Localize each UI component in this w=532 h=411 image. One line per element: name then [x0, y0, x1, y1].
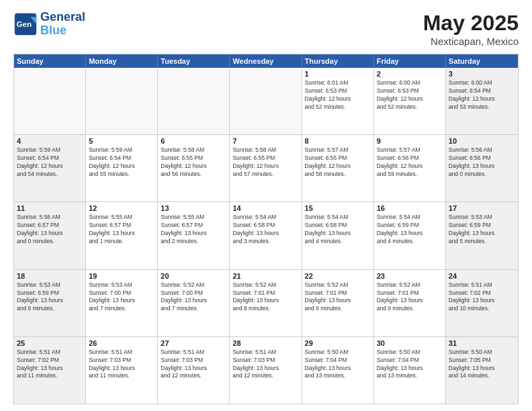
week-row-4: 18Sunrise: 5:53 AM Sunset: 6:59 PM Dayli… [14, 269, 518, 336]
cell-text: Sunrise: 5:57 AM Sunset: 6:55 PM Dayligh… [305, 146, 371, 179]
cal-cell: 19Sunrise: 5:53 AM Sunset: 7:00 PM Dayli… [86, 270, 158, 336]
subtitle: Nexticapan, Mexico [423, 36, 519, 47]
header-day-monday: Monday [86, 54, 158, 68]
cal-cell: 13Sunrise: 5:55 AM Sunset: 6:57 PM Dayli… [158, 202, 230, 269]
cell-text: Sunrise: 5:57 AM Sunset: 6:56 PM Dayligh… [377, 146, 443, 179]
day-number: 8 [305, 137, 371, 145]
day-number: 26 [89, 339, 154, 347]
day-number: 7 [232, 137, 298, 145]
header-day-sunday: Sunday [14, 54, 86, 68]
cell-text: Sunrise: 5:52 AM Sunset: 7:00 PM Dayligh… [161, 281, 226, 314]
cal-cell: 15Sunrise: 5:54 AM Sunset: 6:58 PM Dayli… [302, 202, 374, 269]
week-row-1: 1Sunrise: 6:01 AM Sunset: 6:53 PM Daylig… [14, 68, 518, 134]
header-day-friday: Friday [374, 54, 446, 68]
cal-cell: 6Sunrise: 5:58 AM Sunset: 6:55 PM Daylig… [158, 135, 230, 201]
cell-text: Sunrise: 5:51 AM Sunset: 7:03 PM Dayligh… [89, 349, 154, 381]
cal-cell: 31Sunrise: 5:50 AM Sunset: 7:05 PM Dayli… [446, 337, 518, 404]
cell-text: Sunrise: 5:51 AM Sunset: 7:03 PM Dayligh… [232, 349, 298, 381]
cal-cell: 25Sunrise: 5:51 AM Sunset: 7:02 PM Dayli… [14, 337, 86, 404]
logo-text-line1: General [40, 11, 85, 24]
day-number: 18 [17, 272, 83, 280]
cell-text: Sunrise: 5:50 AM Sunset: 7:04 PM Dayligh… [305, 349, 371, 381]
cal-cell: 2Sunrise: 6:00 AM Sunset: 6:53 PM Daylig… [374, 68, 446, 134]
page: Gen General Blue May 2025 Nexticapan, Me… [0, 0, 532, 411]
day-number: 13 [161, 204, 226, 212]
cell-text: Sunrise: 5:51 AM Sunset: 7:02 PM Dayligh… [449, 281, 515, 314]
day-number: 10 [449, 137, 515, 145]
cal-cell: 20Sunrise: 5:52 AM Sunset: 7:00 PM Dayli… [158, 270, 230, 336]
cell-text: Sunrise: 5:59 AM Sunset: 6:54 PM Dayligh… [17, 146, 83, 179]
day-number: 23 [377, 272, 443, 280]
day-number: 5 [89, 137, 154, 145]
cal-cell [14, 68, 86, 134]
cell-text: Sunrise: 5:58 AM Sunset: 6:55 PM Dayligh… [232, 146, 298, 179]
cal-cell: 17Sunrise: 5:53 AM Sunset: 6:59 PM Dayli… [446, 202, 518, 269]
logo: Gen General Blue [13, 11, 85, 38]
day-number: 16 [377, 204, 443, 212]
cell-text: Sunrise: 6:00 AM Sunset: 6:54 PM Dayligh… [449, 79, 515, 111]
main-title: May 2025 [423, 11, 519, 36]
day-number: 9 [377, 137, 443, 145]
day-number: 1 [305, 70, 371, 78]
cal-cell: 10Sunrise: 5:56 AM Sunset: 6:56 PM Dayli… [446, 135, 518, 201]
cell-text: Sunrise: 5:55 AM Sunset: 6:57 PM Dayligh… [161, 214, 226, 246]
week-row-3: 11Sunrise: 5:56 AM Sunset: 6:57 PM Dayli… [14, 201, 518, 269]
header-day-saturday: Saturday [446, 54, 518, 68]
cal-cell [86, 68, 158, 134]
cal-cell: 12Sunrise: 5:55 AM Sunset: 6:57 PM Dayli… [86, 202, 158, 269]
cal-cell: 18Sunrise: 5:53 AM Sunset: 6:59 PM Dayli… [14, 270, 86, 336]
day-number: 12 [89, 204, 154, 212]
header: Gen General Blue May 2025 Nexticapan, Me… [13, 11, 519, 47]
logo-text-line2: Blue [40, 24, 85, 38]
week-row-2: 4Sunrise: 5:59 AM Sunset: 6:54 PM Daylig… [14, 134, 518, 201]
day-number: 28 [232, 339, 298, 347]
day-number: 31 [449, 339, 515, 347]
cell-text: Sunrise: 5:50 AM Sunset: 7:05 PM Dayligh… [449, 349, 515, 381]
cal-cell: 8Sunrise: 5:57 AM Sunset: 6:55 PM Daylig… [302, 135, 374, 201]
cell-text: Sunrise: 5:52 AM Sunset: 7:01 PM Dayligh… [232, 281, 298, 314]
calendar-body: 1Sunrise: 6:01 AM Sunset: 6:53 PM Daylig… [14, 68, 518, 404]
svg-text:Gen: Gen [17, 19, 32, 28]
day-number: 14 [232, 204, 298, 212]
cal-cell: 3Sunrise: 6:00 AM Sunset: 6:54 PM Daylig… [446, 68, 518, 134]
cal-cell: 9Sunrise: 5:57 AM Sunset: 6:56 PM Daylig… [374, 135, 446, 201]
title-block: May 2025 Nexticapan, Mexico [423, 11, 519, 47]
cell-text: Sunrise: 6:00 AM Sunset: 6:53 PM Dayligh… [377, 79, 443, 111]
day-number: 6 [161, 137, 226, 145]
cal-cell: 23Sunrise: 5:52 AM Sunset: 7:01 PM Dayli… [374, 270, 446, 336]
day-number: 29 [305, 339, 371, 347]
cell-text: Sunrise: 5:59 AM Sunset: 6:54 PM Dayligh… [89, 146, 154, 179]
day-number: 27 [161, 339, 226, 347]
cell-text: Sunrise: 5:52 AM Sunset: 7:01 PM Dayligh… [305, 281, 371, 314]
day-number: 21 [232, 272, 298, 280]
cell-text: Sunrise: 5:53 AM Sunset: 6:59 PM Dayligh… [17, 281, 83, 314]
cal-cell: 30Sunrise: 5:50 AM Sunset: 7:04 PM Dayli… [374, 337, 446, 404]
day-number: 17 [449, 204, 515, 212]
logo-icon: Gen [13, 12, 38, 36]
cell-text: Sunrise: 6:01 AM Sunset: 6:53 PM Dayligh… [305, 79, 371, 111]
day-number: 25 [17, 339, 83, 347]
cal-cell: 7Sunrise: 5:58 AM Sunset: 6:55 PM Daylig… [230, 135, 302, 201]
cal-cell: 28Sunrise: 5:51 AM Sunset: 7:03 PM Dayli… [230, 337, 302, 404]
day-number: 4 [17, 137, 83, 145]
cal-cell: 26Sunrise: 5:51 AM Sunset: 7:03 PM Dayli… [86, 337, 158, 404]
header-day-thursday: Thursday [302, 54, 374, 68]
day-number: 3 [449, 70, 515, 78]
cell-text: Sunrise: 5:51 AM Sunset: 7:03 PM Dayligh… [161, 349, 226, 381]
day-number: 30 [377, 339, 443, 347]
cell-text: Sunrise: 5:56 AM Sunset: 6:57 PM Dayligh… [17, 214, 83, 246]
cell-text: Sunrise: 5:54 AM Sunset: 6:58 PM Dayligh… [232, 214, 298, 246]
cell-text: Sunrise: 5:56 AM Sunset: 6:56 PM Dayligh… [449, 146, 515, 179]
cal-cell [230, 68, 302, 134]
cell-text: Sunrise: 5:50 AM Sunset: 7:04 PM Dayligh… [377, 349, 443, 381]
cell-text: Sunrise: 5:52 AM Sunset: 7:01 PM Dayligh… [377, 281, 443, 314]
cal-cell: 1Sunrise: 6:01 AM Sunset: 6:53 PM Daylig… [302, 68, 374, 134]
cal-cell: 22Sunrise: 5:52 AM Sunset: 7:01 PM Dayli… [302, 270, 374, 336]
day-number: 22 [305, 272, 371, 280]
cell-text: Sunrise: 5:54 AM Sunset: 6:59 PM Dayligh… [377, 214, 443, 246]
cal-cell: 5Sunrise: 5:59 AM Sunset: 6:54 PM Daylig… [86, 135, 158, 201]
cal-cell: 24Sunrise: 5:51 AM Sunset: 7:02 PM Dayli… [446, 270, 518, 336]
cal-cell: 29Sunrise: 5:50 AM Sunset: 7:04 PM Dayli… [302, 337, 374, 404]
day-number: 24 [449, 272, 515, 280]
cell-text: Sunrise: 5:53 AM Sunset: 6:59 PM Dayligh… [449, 214, 515, 246]
